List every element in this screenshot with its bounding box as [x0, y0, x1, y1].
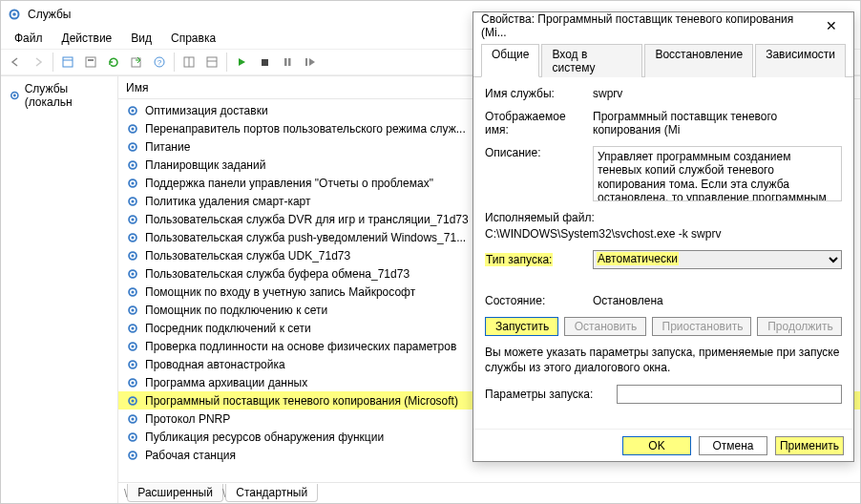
properties-dialog: Свойства: Программный поставщик теневого… [472, 11, 854, 462]
gear-icon [126, 285, 139, 299]
svg-rect-11 [207, 57, 217, 67]
toolbar-refresh-icon[interactable] [103, 52, 124, 73]
menu-view[interactable]: Вид [121, 30, 161, 47]
gear-icon [126, 231, 139, 244]
gear-icon [126, 304, 139, 317]
toolbar-properties-icon[interactable] [80, 52, 101, 73]
apply-button[interactable]: Применить [775, 436, 844, 455]
dialog-titlebar: Свойства: Программный поставщик теневого… [473, 12, 853, 39]
start-button[interactable]: Запустить [485, 317, 558, 336]
menu-help[interactable]: Справка [161, 30, 225, 47]
label-description: Описание: [485, 146, 585, 159]
svg-text:?: ? [158, 58, 162, 67]
gear-icon [126, 322, 139, 335]
toolbar-pause-icon[interactable] [277, 52, 298, 73]
gear-icon [126, 340, 139, 353]
gear-icon [126, 104, 139, 117]
dialog-tabs: Общие Вход в систему Восстановление Зави… [473, 39, 853, 77]
service-name: Протокол PNRP [145, 412, 230, 426]
dialog-title: Свойства: Программный поставщик теневого… [481, 12, 817, 39]
svg-rect-5 [88, 59, 94, 61]
gear-icon [126, 158, 139, 172]
label-state: Состояние: [485, 294, 585, 307]
menu-file[interactable]: Файл [5, 30, 52, 47]
value-service-name: swprv [593, 87, 842, 100]
toolbar-details-icon[interactable] [57, 52, 78, 73]
gear-icon [126, 430, 139, 444]
service-name: Пользовательская служба буфера обмена_71… [145, 267, 410, 281]
dialog-footer: OK Отмена Применить [473, 429, 853, 461]
svg-rect-13 [262, 59, 268, 66]
gear-icon [126, 177, 139, 190]
close-icon[interactable]: ✕ [817, 18, 846, 33]
gear-icon [126, 140, 139, 154]
gear-icon [126, 213, 139, 226]
label-exe-path: Исполняемый файл: [485, 211, 842, 224]
service-name: Пользовательская служба push-уведомлений… [145, 231, 466, 244]
service-name: Программный поставщик теневого копирован… [145, 394, 458, 408]
bottom-tabs: \ Расширенный \ Стандартный [118, 482, 860, 503]
gear-icon [126, 195, 139, 208]
services-icon [7, 7, 22, 22]
note-text: Вы можете указать параметры запуска, при… [485, 346, 842, 375]
service-name: Планировщик заданий [145, 158, 265, 172]
service-name: Пользовательская служба UDK_71d73 [145, 249, 350, 262]
window-title: Службы [28, 8, 71, 21]
service-name: Помощник по входу в учетную запись Майкр… [145, 285, 415, 299]
tree-node-services[interactable]: Службы (локальн [3, 80, 116, 111]
service-name: Рабочая станция [145, 449, 236, 462]
service-name: Проводная автонастройка [145, 358, 285, 371]
toolbar-column-icon[interactable] [178, 52, 200, 73]
tab-extended[interactable]: Расширенный [127, 484, 223, 502]
service-name: Публикация ресурсов обнаружения функции [145, 430, 384, 444]
label-service-name: Имя службы: [485, 87, 585, 100]
service-name: Перенаправитель портов пользовательского… [145, 122, 466, 136]
gear-icon [126, 249, 139, 262]
tree-pane: Службы (локальн [1, 76, 118, 503]
svg-rect-2 [63, 57, 73, 67]
services-icon [9, 89, 21, 102]
ok-button[interactable]: OK [622, 436, 691, 455]
service-name: Питание [145, 140, 190, 154]
gear-icon [126, 412, 139, 426]
tab-logon[interactable]: Вход в систему [541, 44, 642, 77]
toolbar-export-icon[interactable] [126, 52, 147, 73]
resume-button: Продолжить [757, 317, 842, 336]
service-name: Пользовательская служба DVR для игр и тр… [145, 213, 469, 226]
toolbar-play-icon[interactable] [231, 52, 252, 73]
service-name: Оптимизация доставки [145, 104, 268, 117]
pause-button: Приостановить [652, 317, 752, 336]
service-name: Поддержка панели управления "Отчеты о пр… [145, 177, 433, 190]
value-display-name: Программный поставщик теневого копирован… [593, 110, 842, 136]
value-exe-path: C:\WINDOWS\System32\svchost.exe -k swprv [485, 227, 842, 241]
tab-general[interactable]: Общие [481, 44, 539, 77]
label-start-params: Параметры запуска: [485, 388, 609, 401]
svg-rect-4 [86, 57, 95, 67]
svg-rect-15 [288, 58, 291, 66]
tab-dependencies[interactable]: Зависимости [755, 44, 846, 77]
toolbar-restart-icon[interactable] [300, 52, 321, 73]
label-display-name: Отображаемое имя: [485, 110, 585, 136]
tab-standard[interactable]: Стандартный [225, 484, 318, 502]
gear-icon [126, 449, 139, 462]
cancel-button[interactable]: Отмена [699, 436, 767, 455]
toolbar-back-icon[interactable] [5, 52, 26, 73]
service-name: Политика удаления смарт-карт [145, 195, 311, 208]
stop-button: Остановить [564, 317, 646, 336]
gear-icon [126, 267, 139, 281]
toolbar-help-icon[interactable]: ? [149, 52, 170, 73]
toolbar-forward-icon[interactable] [28, 52, 49, 73]
start-params-input[interactable] [617, 385, 842, 404]
tab-recovery[interactable]: Восстановление [644, 44, 753, 77]
service-name: Посредник подключений к сети [145, 322, 311, 335]
label-startup-type: Тип запуска: [485, 253, 553, 266]
service-name: Проверка подлинности на основе физически… [145, 340, 456, 353]
svg-rect-16 [305, 58, 307, 66]
gear-icon [126, 394, 139, 408]
svg-rect-14 [284, 58, 287, 66]
value-state: Остановлена [593, 294, 842, 307]
toolbar-filter-icon[interactable] [201, 52, 222, 73]
toolbar-stop-icon[interactable] [254, 52, 275, 73]
menu-action[interactable]: Действие [52, 30, 122, 47]
startup-type-select[interactable]: Автоматически [593, 250, 842, 269]
